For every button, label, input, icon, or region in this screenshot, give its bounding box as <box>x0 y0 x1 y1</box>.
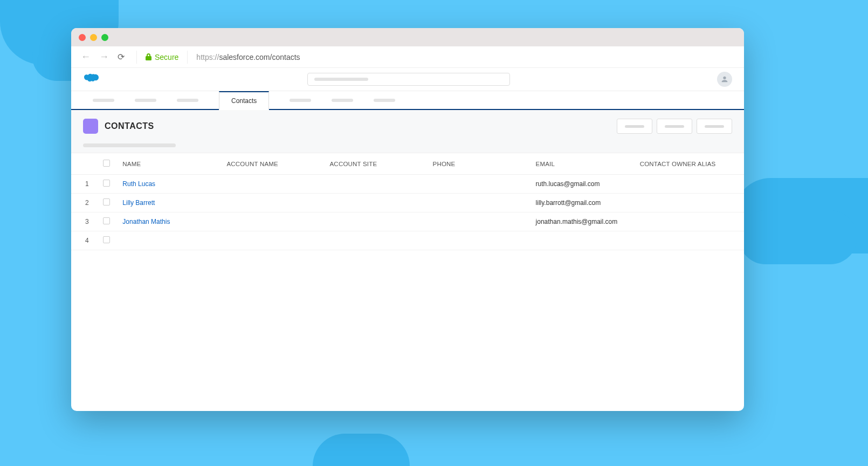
bg-cloud-decoration <box>313 434 410 466</box>
row-checkbox[interactable] <box>103 180 110 187</box>
action-button[interactable] <box>657 119 692 134</box>
page-actions <box>617 119 732 134</box>
action-button[interactable] <box>697 119 732 134</box>
divider <box>136 51 137 64</box>
window-close-button[interactable] <box>79 34 86 41</box>
global-search-input[interactable] <box>307 73 510 86</box>
contacts-object-icon <box>83 119 98 134</box>
page-title: CONTACTS <box>105 121 154 131</box>
window-minimize-button[interactable] <box>90 34 97 41</box>
address-bar[interactable]: https://salesforce.com/contacts <box>196 53 300 61</box>
row-number: 3 <box>71 213 98 231</box>
column-header-account-site[interactable]: ACCOUNT SITE <box>325 153 428 175</box>
contact-email: ruth.lucas@gmail.com <box>536 180 600 188</box>
nav-tab[interactable] <box>93 91 114 109</box>
bg-cloud-decoration <box>739 210 857 264</box>
page-header: CONTACTS <box>71 110 744 153</box>
row-checkbox[interactable] <box>103 217 110 224</box>
row-checkbox[interactable] <box>103 198 110 205</box>
row-number: 2 <box>71 194 98 213</box>
divider <box>187 51 188 64</box>
nav-tab[interactable] <box>374 91 395 109</box>
column-header-name[interactable]: NAME <box>117 153 221 175</box>
row-number: 1 <box>71 175 98 194</box>
secure-indicator: Secure <box>146 53 178 61</box>
nav-tab-contacts[interactable]: Contacts <box>219 91 269 110</box>
nav-tab[interactable] <box>135 91 156 109</box>
table-header-row: NAME ACCOUNT NAME ACCOUNT SITE PHONE EMA… <box>71 153 744 175</box>
url-protocol: https:// <box>196 53 219 61</box>
row-checkbox[interactable] <box>103 236 110 243</box>
contact-name-link[interactable]: Ruth Lucas <box>122 180 155 188</box>
contact-name-link[interactable]: Jonathan Mathis <box>122 218 170 225</box>
column-header-phone[interactable]: PHONE <box>428 153 531 175</box>
window-titlebar <box>71 28 744 46</box>
contact-name-link[interactable]: Lilly Barrett <box>122 199 155 207</box>
secure-label: Secure <box>155 53 178 61</box>
url-path: salesforce.com/contacts <box>219 53 300 61</box>
app-header <box>71 68 744 91</box>
column-header-checkbox <box>98 153 118 175</box>
nav-tab[interactable] <box>332 91 353 109</box>
browser-toolbar: ← → ⟳ Secure https://salesforce.com/cont… <box>71 46 744 68</box>
window-maximize-button[interactable] <box>101 34 108 41</box>
refresh-button[interactable]: ⟳ <box>118 52 125 62</box>
nav-tabs: Contacts <box>71 91 744 110</box>
table-row: 3Jonathan Mathisjonathan.mathis@gmail.co… <box>71 213 744 231</box>
contacts-table: NAME ACCOUNT NAME ACCOUNT SITE PHONE EMA… <box>71 153 744 250</box>
placeholder <box>314 78 368 81</box>
tab-label: Contacts <box>231 97 257 105</box>
contact-email: jonathan.mathis@gmail.com <box>536 218 618 225</box>
forward-button[interactable]: → <box>99 51 109 63</box>
browser-window: ← → ⟳ Secure https://salesforce.com/cont… <box>71 28 744 411</box>
back-button[interactable]: ← <box>81 51 91 63</box>
table-row: 1Ruth Lucasruth.lucas@gmail.com <box>71 175 744 194</box>
select-all-checkbox[interactable] <box>103 160 110 167</box>
contact-email: lilly.barrott@gmail.com <box>536 199 601 207</box>
nav-tab[interactable] <box>290 91 311 109</box>
table-row: 2Lilly Barrettlilly.barrott@gmail.com <box>71 194 744 213</box>
lock-icon <box>146 53 151 60</box>
user-avatar[interactable] <box>717 72 732 87</box>
column-header-number <box>71 153 98 175</box>
salesforce-logo[interactable] <box>83 72 100 86</box>
table-row: 4 <box>71 231 744 250</box>
column-header-account-name[interactable]: ACCOUNT NAME <box>221 153 324 175</box>
action-button[interactable] <box>617 119 652 134</box>
nav-tab[interactable] <box>177 91 198 109</box>
list-view-subtext <box>83 143 176 147</box>
person-icon <box>720 75 729 84</box>
column-header-email[interactable]: EMAIL <box>531 153 635 175</box>
row-number: 4 <box>71 231 98 250</box>
column-header-owner[interactable]: CONTACT OWNER ALIAS <box>635 153 744 175</box>
